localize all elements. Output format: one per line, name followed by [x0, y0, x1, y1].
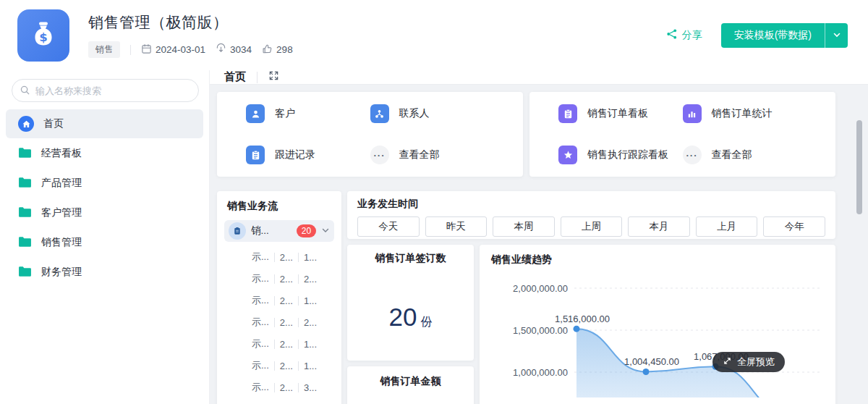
time-filter-panel: 业务发生时间 今天 昨天 本周 上周 本月 上月 今年	[347, 191, 835, 239]
download-icon	[216, 43, 226, 56]
flow-group-header[interactable]: 销... 20	[224, 220, 334, 242]
search-input[interactable]	[12, 79, 199, 102]
sales-trend-chart-card: 销售业绩趋势 2,000,000.001,500,000.001,000,000…	[480, 245, 835, 404]
divider	[130, 45, 131, 55]
order-clipboard-icon	[229, 222, 246, 240]
svg-text:1,516,000.00: 1,516,000.00	[555, 313, 610, 324]
panel-title: 销售订单签订数	[354, 252, 467, 265]
sidebar-item-customer-management[interactable]: 客户管理	[6, 198, 203, 227]
shortcut-sales-order-stats[interactable]: 销售订单统计	[683, 104, 807, 123]
search-icon	[20, 85, 30, 98]
sales-trend-area-chart: 2,000,000.001,500,000.001,000,000.001,51…	[491, 271, 824, 397]
app-logo: $	[17, 9, 69, 62]
contacts-icon	[370, 104, 389, 123]
sidebar-item-business-board[interactable]: 经营看板	[6, 139, 203, 168]
share-button[interactable]: 分享	[666, 28, 702, 42]
flow-row[interactable]: 示... 2... 2...	[224, 311, 334, 333]
sales-business-flow-panel: 销售业务流 销... 20	[217, 191, 341, 404]
svg-text:$: $	[39, 30, 48, 43]
folder-icon	[18, 266, 32, 279]
order-count-unit: 份	[420, 316, 432, 328]
time-filter-this-week[interactable]: 本周	[493, 216, 555, 237]
shortcut-sales-order-board[interactable]: 销售订单看板	[558, 104, 683, 123]
time-filter-last-month[interactable]: 上月	[696, 216, 758, 237]
svg-text:1,000,000.00: 1,000,000.00	[513, 367, 568, 378]
panel-title: 业务发生时间	[357, 198, 825, 211]
bar-chart-icon	[683, 104, 702, 123]
shortcut-followup-records[interactable]: 跟进记录	[246, 146, 370, 164]
clipboard-icon	[558, 104, 577, 123]
ellipsis-icon: ···	[370, 146, 389, 164]
home-icon	[18, 116, 34, 132]
count-badge: 20	[297, 224, 316, 237]
time-filter-last-week[interactable]: 上周	[561, 216, 623, 237]
svg-text:1,500,000.00: 1,500,000.00	[513, 325, 568, 336]
tab-home[interactable]: 首页	[224, 70, 246, 84]
sales-shortcuts-card: 销售订单看板 销售订单统计	[529, 92, 835, 177]
order-count-value: 20	[389, 303, 417, 331]
flow-row[interactable]: 示... 2... 1...	[224, 246, 334, 268]
sidebar-item-home[interactable]: 首页	[6, 109, 203, 138]
folder-icon	[18, 147, 32, 161]
svg-text:1,004,450.00: 1,004,450.00	[624, 356, 679, 367]
flow-row[interactable]: 示... 2... 1...	[224, 355, 334, 376]
expand-arrows-icon	[723, 356, 732, 368]
folder-icon	[18, 206, 32, 220]
shortcut-customer[interactable]: 客户	[246, 104, 370, 123]
sidebar: 首页 经营看板 产品管理	[0, 70, 210, 404]
divider	[257, 72, 258, 83]
fullscreen-expand-icon[interactable]	[268, 70, 279, 84]
time-filter-this-month[interactable]: 本月	[628, 216, 690, 237]
flow-row[interactable]: 示... 2... 2...	[224, 268, 334, 290]
vertical-scrollbar-thumb[interactable]	[856, 120, 862, 214]
svg-text:2,000,000.00: 2,000,000.00	[513, 283, 568, 294]
tab-bar: 首页	[210, 70, 868, 85]
install-template-button[interactable]: 安装模板(带数据)	[721, 23, 825, 48]
ellipsis-icon: ···	[683, 146, 702, 164]
panel-title: 销售订单金额	[354, 375, 467, 388]
sidebar-item-sales-management[interactable]: 销售管理	[6, 228, 203, 257]
share-icon	[666, 28, 678, 42]
chevron-down-icon	[833, 29, 841, 42]
shortcut-contacts[interactable]: 联系人	[370, 104, 495, 123]
app-header: $ 销售管理（极简版） 销售 2024-03-01	[0, 0, 868, 70]
sidebar-item-finance-management[interactable]: 财务管理	[6, 258, 203, 287]
flow-row[interactable]: 示... 2... 1...	[224, 333, 334, 355]
crm-shortcuts-card: 客户 联系人	[217, 92, 523, 177]
like-count: 298	[262, 43, 293, 56]
shortcut-sales-tracking-board[interactable]: 销售执行跟踪看板	[558, 146, 683, 164]
folder-icon	[18, 236, 32, 250]
page-title: 销售管理（极简版）	[88, 12, 666, 33]
download-count: 3034	[216, 43, 252, 56]
star-icon	[558, 146, 577, 164]
clipboard-icon	[246, 146, 265, 164]
publish-date: 2024-03-01	[141, 43, 205, 56]
sidebar-item-product-management[interactable]: 产品管理	[6, 169, 203, 198]
page: $ 销售管理（极简版） 销售 2024-03-01	[0, 0, 868, 404]
time-filter-yesterday[interactable]: 昨天	[425, 216, 488, 237]
time-filter-today[interactable]: 今天	[357, 216, 420, 237]
chart-title: 销售业绩趋势	[491, 253, 824, 266]
money-bag-icon: $	[28, 19, 59, 52]
order-amount-card: 销售订单金额	[347, 366, 474, 404]
chevron-down-icon[interactable]	[321, 224, 330, 237]
flow-group-label: 销...	[251, 224, 292, 237]
order-count-card: 销售订单签订数 20份	[347, 245, 474, 361]
panel-title: 销售业务流	[227, 200, 331, 213]
shortcut-view-all-sales[interactable]: ··· 查看全部	[683, 146, 807, 164]
category-tag: 销售	[88, 41, 120, 58]
folder-icon	[18, 177, 32, 190]
calendar-icon	[141, 43, 152, 56]
time-filter-this-year[interactable]: 今年	[763, 216, 825, 237]
shortcut-view-all-crm[interactable]: ··· 查看全部	[370, 146, 495, 164]
fullscreen-preview-button[interactable]: 全屏预览	[712, 352, 785, 372]
flow-row[interactable]: 示... 2... 1...	[224, 290, 334, 311]
install-dropdown-button[interactable]	[825, 23, 848, 48]
thumbs-up-icon	[262, 43, 273, 56]
flow-row[interactable]: 示... 2... 3...	[224, 376, 334, 398]
person-icon	[246, 104, 265, 123]
